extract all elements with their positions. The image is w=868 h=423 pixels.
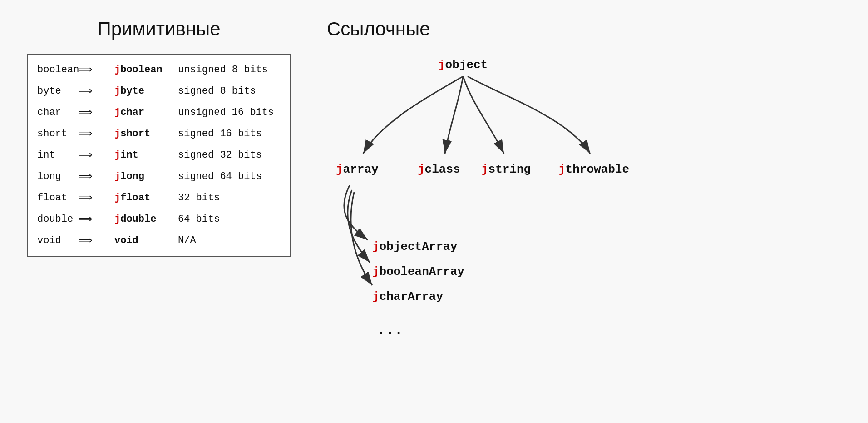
type-desc: unsigned 16 bits	[178, 107, 281, 118]
primitives-table: boolean⟹jbooleanunsigned 8 bitsbyte⟹jbyt…	[27, 54, 291, 257]
arrow: ⟹	[78, 234, 114, 247]
jni-type: jbyte	[114, 85, 178, 97]
java-type: double	[37, 214, 78, 225]
jni-type: jboolean	[114, 64, 178, 75]
java-type: short	[37, 128, 78, 139]
tree-arrows	[327, 49, 667, 413]
type-desc: signed 8 bits	[178, 85, 281, 97]
table-row: double⟹jdouble64 bits	[37, 209, 281, 230]
arrow: ⟹	[78, 149, 114, 161]
table-row: long⟹jlongsigned 64 bits	[37, 166, 281, 187]
table-row: int⟹jintsigned 32 bits	[37, 144, 281, 166]
arrow: ⟹	[78, 170, 114, 183]
jni-type: void	[114, 235, 178, 246]
table-row: short⟹jshortsigned 16 bits	[37, 123, 281, 144]
table-row: float⟹jfloat32 bits	[37, 187, 281, 209]
node-jstring: jstring	[481, 163, 531, 176]
type-desc: N/A	[178, 235, 281, 246]
arrow: ⟹	[78, 106, 114, 119]
type-desc: signed 32 bits	[178, 149, 281, 161]
table-row: void⟹voidN/A	[37, 230, 281, 251]
jni-type: jshort	[114, 128, 178, 139]
node-jbooleanarray: jbooleanArray	[372, 265, 464, 279]
primitives-section: Примитивные boolean⟹jbooleanunsigned 8 b…	[27, 18, 291, 257]
type-desc: signed 16 bits	[178, 128, 281, 139]
arrow: ⟹	[78, 85, 114, 97]
primitives-title: Примитивные	[27, 18, 291, 40]
table-row: boolean⟹jbooleanunsigned 8 bits	[37, 59, 281, 80]
java-type: void	[37, 235, 78, 246]
jni-type: jchar	[114, 107, 178, 118]
java-type: byte	[37, 85, 78, 97]
type-desc: 32 bits	[178, 192, 281, 204]
table-row: byte⟹jbytesigned 8 bits	[37, 80, 281, 102]
node-jobject: jobject	[438, 58, 488, 72]
node-jobjectarray: jobjectArray	[372, 240, 457, 254]
table-row: char⟹jcharunsigned 16 bits	[37, 102, 281, 123]
jni-type: jfloat	[114, 192, 178, 204]
node-jchararray: jcharArray	[372, 290, 443, 304]
jni-type: jlong	[114, 171, 178, 182]
java-type: float	[37, 192, 78, 204]
node-jclass: jclass	[418, 163, 460, 176]
java-type: long	[37, 171, 78, 182]
jni-type: jdouble	[114, 214, 178, 225]
arrow: ⟹	[78, 192, 114, 204]
tree-container: jobject jarray jclass jstring jthrowable…	[327, 49, 667, 413]
java-type: boolean	[37, 64, 78, 75]
node-jthrowable: jthrowable	[558, 163, 629, 176]
type-desc: 64 bits	[178, 214, 281, 225]
java-type: char	[37, 107, 78, 118]
arrow: ⟹	[78, 128, 114, 140]
node-jarray: jarray	[336, 163, 379, 176]
arrow: ⟹	[78, 213, 114, 225]
arrow: ⟹	[78, 64, 114, 76]
ellipsis: ...	[377, 322, 403, 338]
reference-title: Ссылочные	[327, 18, 841, 40]
reference-section: Ссылочные jobject	[291, 18, 841, 413]
java-type: int	[37, 149, 78, 161]
type-desc: unsigned 8 bits	[178, 64, 281, 75]
type-desc: signed 64 bits	[178, 171, 281, 182]
jni-type: jint	[114, 149, 178, 161]
